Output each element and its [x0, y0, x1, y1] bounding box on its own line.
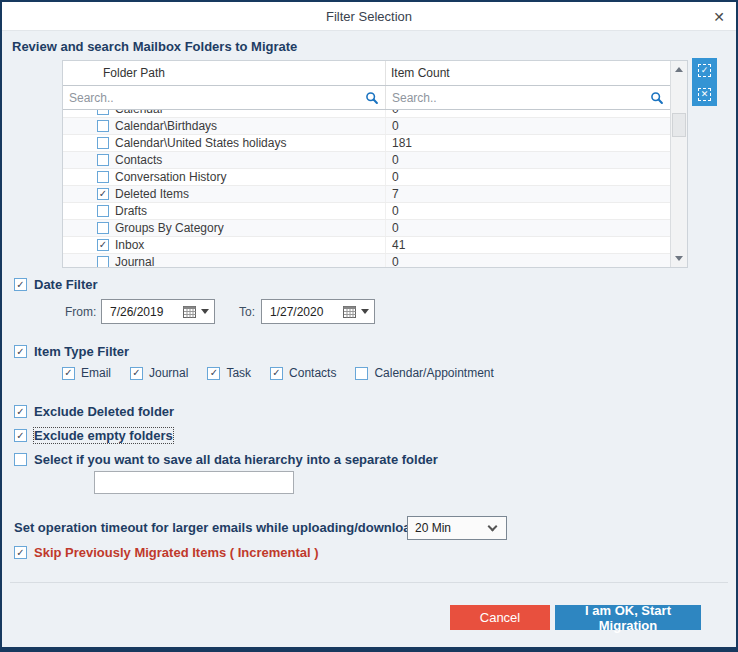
row-checkbox[interactable]: [97, 110, 109, 115]
table-scrollbar[interactable]: [670, 61, 687, 267]
to-label: To:: [239, 305, 255, 319]
uncheck-all-icon: ✕: [698, 88, 711, 101]
item-type-option[interactable]: Journal: [130, 366, 188, 380]
row-folder-path: Calendar\United States holidays: [115, 136, 286, 150]
table-row[interactable]: Conversation History 0: [63, 169, 670, 186]
table-row[interactable]: Contacts 0: [63, 152, 670, 169]
row-folder-path: Journal: [115, 255, 154, 267]
table-row[interactable]: Calendar\Birthdays 0: [63, 118, 670, 135]
column-header-folder-path: Folder Path: [63, 66, 385, 80]
table-header: Folder Path Item Count: [63, 61, 670, 86]
row-item-count: 0: [385, 152, 670, 168]
to-date-value: 1/27/2020: [270, 305, 343, 319]
separate-folder-name-input[interactable]: [94, 471, 294, 494]
option-checkbox[interactable]: [62, 367, 75, 380]
calendar-icon: [183, 305, 196, 318]
date-filter-label: Date Filter: [34, 277, 98, 292]
row-item-count: 0: [385, 203, 670, 219]
start-migration-button[interactable]: I am OK, Start Migration: [555, 605, 701, 630]
row-checkbox[interactable]: [97, 222, 109, 234]
scrollbar-thumb[interactable]: [672, 113, 686, 137]
row-checkbox[interactable]: [97, 188, 109, 200]
cancel-button[interactable]: Cancel: [450, 605, 550, 630]
row-checkbox[interactable]: [97, 205, 109, 217]
row-item-count: 181: [385, 135, 670, 151]
filter-selection-dialog: Filter Selection ✕ Review and search Mai…: [0, 0, 738, 652]
table-row[interactable]: Calendar 0: [63, 110, 670, 118]
item-type-option[interactable]: Calendar/Appointment: [355, 366, 493, 380]
title-bar: Filter Selection ✕: [2, 2, 736, 31]
column-header-item-count: Item Count: [385, 61, 670, 85]
row-folder-path: Calendar\Birthdays: [115, 119, 217, 133]
exclude-deleted-row: Exclude Deleted folder: [14, 404, 174, 419]
table-row[interactable]: Drafts 0: [63, 203, 670, 220]
item-type-option[interactable]: Email: [62, 366, 111, 380]
section-title: Review and search Mailbox Folders to Mig…: [12, 39, 297, 54]
date-filter-checkbox[interactable]: [14, 278, 27, 291]
folder-table: Folder Path Item Count: [62, 60, 688, 268]
option-checkbox[interactable]: [270, 367, 283, 380]
item-type-filter-label: Item Type Filter: [34, 344, 129, 359]
scroll-down-arrow-icon[interactable]: [671, 250, 687, 267]
folder-path-search-input[interactable]: [63, 91, 365, 105]
table-row[interactable]: Journal 0: [63, 254, 670, 267]
row-item-count: 0: [385, 220, 670, 236]
option-checkbox[interactable]: [355, 367, 368, 380]
skip-incremental-checkbox[interactable]: [14, 546, 27, 559]
table-row[interactable]: Inbox 41: [63, 237, 670, 254]
exclude-deleted-label: Exclude Deleted folder: [34, 404, 174, 419]
option-label: Calendar/Appointment: [374, 366, 493, 380]
option-checkbox[interactable]: [207, 367, 220, 380]
chevron-down-icon[interactable]: [361, 309, 369, 314]
row-checkbox[interactable]: [97, 137, 109, 149]
row-folder-path: Conversation History: [115, 170, 226, 184]
from-date-picker[interactable]: 7/26/2019: [101, 299, 215, 324]
date-filter-row: Date Filter: [14, 277, 98, 292]
option-label: Contacts: [289, 366, 336, 380]
exclude-deleted-checkbox[interactable]: [14, 405, 27, 418]
item-type-options: Email Journal Task Contacts Calendar/App…: [62, 366, 513, 380]
from-date-value: 7/26/2019: [110, 305, 183, 319]
item-type-option[interactable]: Task: [207, 366, 251, 380]
table-side-buttons: ✓ ✕: [692, 58, 717, 106]
table-row[interactable]: Deleted Items 7: [63, 186, 670, 203]
skip-incremental-row: Skip Previously Migrated Items ( Increme…: [14, 545, 319, 560]
timeout-select[interactable]: 20 Min: [407, 516, 507, 540]
select-all-button[interactable]: ✓: [692, 58, 717, 82]
search-icon[interactable]: [650, 91, 664, 105]
check-all-icon: ✓: [698, 64, 711, 77]
row-checkbox[interactable]: [97, 171, 109, 183]
row-checkbox[interactable]: [97, 256, 109, 267]
item-type-filter-row: Item Type Filter: [14, 344, 129, 359]
scroll-up-arrow-icon[interactable]: [671, 61, 687, 78]
row-checkbox[interactable]: [97, 154, 109, 166]
row-folder-path: Deleted Items: [115, 187, 189, 201]
option-checkbox[interactable]: [130, 367, 143, 380]
chevron-down-icon: [488, 521, 498, 531]
deselect-all-button[interactable]: ✕: [692, 82, 717, 106]
table-row[interactable]: Groups By Category 0: [63, 220, 670, 237]
row-folder-path: Contacts: [115, 153, 162, 167]
separate-folder-row: Select if you want to save all data hier…: [14, 452, 438, 467]
row-item-count: 41: [385, 237, 670, 253]
exclude-empty-row: Exclude empty folders: [14, 428, 173, 443]
row-checkbox[interactable]: [97, 239, 109, 251]
item-type-option[interactable]: Contacts: [270, 366, 336, 380]
exclude-empty-checkbox[interactable]: [14, 429, 27, 442]
chevron-down-icon[interactable]: [201, 309, 209, 314]
row-checkbox[interactable]: [97, 120, 109, 132]
timeout-selected-value: 20 Min: [415, 521, 489, 535]
separate-folder-checkbox[interactable]: [14, 453, 27, 466]
table-row[interactable]: Calendar\United States holidays 181: [63, 135, 670, 152]
search-icon[interactable]: [365, 91, 379, 105]
folder-rows: Calendar 0 Calendar\Birthdays 0 Calendar…: [63, 110, 670, 267]
from-label: From:: [65, 305, 96, 319]
row-folder-path: Calendar: [115, 110, 164, 116]
exclude-empty-label: Exclude empty folders: [34, 428, 173, 443]
row-item-count: 0: [385, 118, 670, 134]
item-type-filter-checkbox[interactable]: [14, 345, 27, 358]
close-icon[interactable]: ✕: [713, 2, 725, 31]
row-item-count: 0: [385, 169, 670, 185]
to-date-picker[interactable]: 1/27/2020: [261, 299, 375, 324]
item-count-search-input[interactable]: [386, 91, 650, 105]
